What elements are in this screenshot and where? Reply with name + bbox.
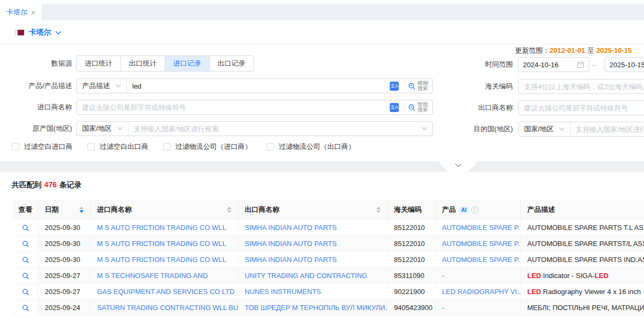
importer-link[interactable]: M S AUTO FRICTION TRADING CO WLL bbox=[97, 256, 226, 264]
date-start-input[interactable] bbox=[523, 61, 574, 69]
product-link[interactable]: AUTOMOBILE SPARE P... bbox=[442, 224, 521, 232]
origin-country-select[interactable]: 国家/地区 bbox=[77, 122, 128, 136]
info-icon[interactable]: i bbox=[471, 207, 478, 213]
checkbox-filter-blank-importer[interactable]: 过滤空白进口商 bbox=[12, 142, 73, 152]
description-cell: AUTOMOBILE SPARE PARTST/L ASSY ... bbox=[521, 236, 644, 252]
exporter-link[interactable]: SIMHA INDIAN AUTO PARTS bbox=[245, 224, 337, 232]
view-record-button[interactable] bbox=[20, 222, 31, 234]
importer-link[interactable]: GAS EQUIPMENT AND SERVICES CO LTD bbox=[97, 288, 235, 296]
date-end-input[interactable] bbox=[609, 61, 644, 69]
view-cell bbox=[13, 220, 38, 236]
update-range: 更新范围：2012-01-01至2025-10-15 bbox=[515, 46, 632, 56]
checkbox-icon[interactable] bbox=[87, 143, 95, 150]
product-cell: AUTOMOBILE SPARE P... bbox=[436, 236, 521, 252]
magnifier-icon bbox=[22, 256, 29, 264]
view-cell bbox=[13, 252, 38, 268]
description-cell: AUTOMOBILE SPARE PARTS IND.ASS... bbox=[521, 252, 644, 268]
chevron-down-icon[interactable] bbox=[422, 127, 427, 130]
date-start-picker[interactable] bbox=[518, 57, 589, 72]
product-search-input[interactable] bbox=[127, 79, 390, 93]
hs-code-label: 海关编码 bbox=[468, 82, 513, 91]
sort-asc-icon bbox=[79, 207, 84, 209]
update-range-to: 至 bbox=[587, 46, 594, 54]
view-record-button[interactable] bbox=[20, 302, 31, 314]
divider bbox=[0, 44, 644, 44]
view-cell bbox=[13, 236, 38, 252]
exporter-name-input[interactable] bbox=[518, 100, 644, 115]
product-cell: - bbox=[436, 268, 521, 284]
sort-desc-icon bbox=[79, 210, 84, 213]
magnifier-icon bbox=[22, 304, 29, 312]
smart-search-toggle[interactable]: 智能搜索 bbox=[408, 102, 428, 113]
importer-link[interactable]: M S AUTO FRICTION TRADING CO WLL bbox=[97, 224, 226, 232]
view-record-button[interactable] bbox=[20, 286, 31, 298]
view-record-button[interactable] bbox=[20, 270, 31, 282]
button-export-records[interactable]: 出口记录 bbox=[209, 56, 254, 72]
tab-title: 卡塔尔 bbox=[6, 7, 27, 17]
importer-input-group: 文A 智能搜索 bbox=[76, 100, 433, 115]
checkbox-icon[interactable] bbox=[163, 143, 171, 150]
hs-code-cell: 9405423900 bbox=[388, 300, 436, 316]
exporter-link[interactable]: NUNES INSTRUMENTS bbox=[245, 288, 321, 296]
view-record-button[interactable] bbox=[20, 254, 31, 266]
product-label: 产品/产品描述 bbox=[0, 81, 72, 91]
table-row: 2025-09-27M S TECHNOSAFE TRADING ANDUNIT… bbox=[13, 268, 644, 284]
datasource-button-group: 进口统计 出口统计 进口记录 出口记录 bbox=[76, 56, 254, 72]
product-link[interactable]: AUTOMOBILE SPARE P... bbox=[442, 240, 521, 248]
importer-name-input[interactable] bbox=[77, 100, 390, 114]
importer-cell: M S TECHNOSAFE TRADING AND bbox=[91, 268, 238, 284]
header-exporter: 出口商名称 bbox=[238, 200, 388, 220]
tab-qatar[interactable]: 卡塔尔 × bbox=[0, 4, 42, 20]
sort-control-date[interactable] bbox=[79, 207, 84, 213]
close-icon[interactable]: × bbox=[31, 9, 35, 16]
hs-code-cell: 90221900 bbox=[388, 284, 436, 300]
hs-code-input[interactable] bbox=[518, 79, 644, 94]
product-cell: - bbox=[436, 300, 521, 316]
exporter-link[interactable]: SIMHA INDIAN AUTO PARTS bbox=[245, 240, 337, 248]
product-type-select[interactable]: 产品描述 bbox=[77, 79, 127, 93]
magnifier-icon bbox=[22, 272, 29, 280]
magnifier-icon bbox=[22, 224, 29, 232]
checkbox-icon[interactable] bbox=[12, 143, 19, 150]
destination-country-group: 国家/地区 bbox=[518, 122, 644, 137]
destination-country-select[interactable]: 国家/地区 bbox=[519, 122, 570, 136]
view-cell bbox=[13, 300, 38, 316]
date-cell: 2025-09-27 bbox=[38, 268, 91, 284]
checkbox-icon[interactable] bbox=[267, 143, 274, 150]
importer-link[interactable]: M S TECHNOSAFE TRADING AND bbox=[97, 272, 208, 280]
sort-control-exporter[interactable] bbox=[376, 207, 381, 213]
magnifier-icon bbox=[408, 104, 416, 112]
exporter-label: 出口商名称 bbox=[468, 103, 513, 113]
origin-country-input[interactable] bbox=[128, 122, 422, 136]
button-import-records[interactable]: 进口记录 bbox=[165, 56, 210, 72]
product-link[interactable]: LED RADIOGRAPHY VI... bbox=[442, 288, 521, 296]
collapse-panel-button[interactable] bbox=[438, 161, 478, 172]
description-cell: AUTOMOBILE SPARE PARTS T.L ASSY ... bbox=[521, 220, 644, 236]
update-range-label: 更新范围： bbox=[515, 46, 550, 54]
exporter-link[interactable]: ТОВ ШРЕДЕР М ТЕРНОПІЛЬ ВУЛ МИКУЛИ... bbox=[245, 304, 388, 312]
exporter-link[interactable]: SIMHA INDIAN AUTO PARTS bbox=[245, 256, 337, 264]
destination-country-input[interactable] bbox=[570, 122, 644, 136]
magnifier-icon bbox=[22, 240, 29, 248]
exporter-link[interactable]: UNITY TRADING AND CONTRACTING bbox=[245, 272, 367, 280]
country-selector[interactable]: 卡塔尔 bbox=[15, 28, 61, 37]
view-record-button[interactable] bbox=[20, 238, 31, 250]
checkbox-filter-logistics-importer[interactable]: 过滤物流公司（进口商） bbox=[163, 142, 252, 152]
origin-country-label: 原产国(地区) bbox=[0, 124, 72, 133]
description-cell: LED Indicator - SIGA-LED bbox=[521, 268, 644, 284]
importer-link[interactable]: M S AUTO FRICTION TRADING CO WLL bbox=[97, 240, 226, 248]
date-end-picker[interactable] bbox=[605, 57, 644, 72]
translate-icon[interactable]: 文A bbox=[390, 82, 399, 91]
sort-control-importer[interactable] bbox=[227, 207, 231, 213]
importer-cell: M S AUTO FRICTION TRADING CO WLL bbox=[91, 220, 238, 236]
importer-link[interactable]: SATURN TRADING CONTRACTING WLL BUI... bbox=[97, 304, 238, 312]
translate-icon[interactable]: 文A bbox=[390, 103, 399, 112]
chevron-down-icon bbox=[117, 127, 123, 130]
checkbox-filter-logistics-exporter[interactable]: 过滤物流公司（出口商） bbox=[267, 142, 355, 152]
fuzzy-search-toggle[interactable]: 模糊搜索 bbox=[408, 81, 428, 91]
button-export-stats[interactable]: 出口统计 bbox=[120, 56, 165, 72]
button-import-stats[interactable]: 进口统计 bbox=[76, 56, 121, 72]
checkbox-filter-blank-exporter[interactable]: 过滤空白出口商 bbox=[87, 142, 148, 152]
product-link[interactable]: AUTOMOBILE SPARE P... bbox=[442, 256, 521, 264]
table-row: 2025-09-24SATURN TRADING CONTRACTING WLL… bbox=[13, 300, 644, 316]
